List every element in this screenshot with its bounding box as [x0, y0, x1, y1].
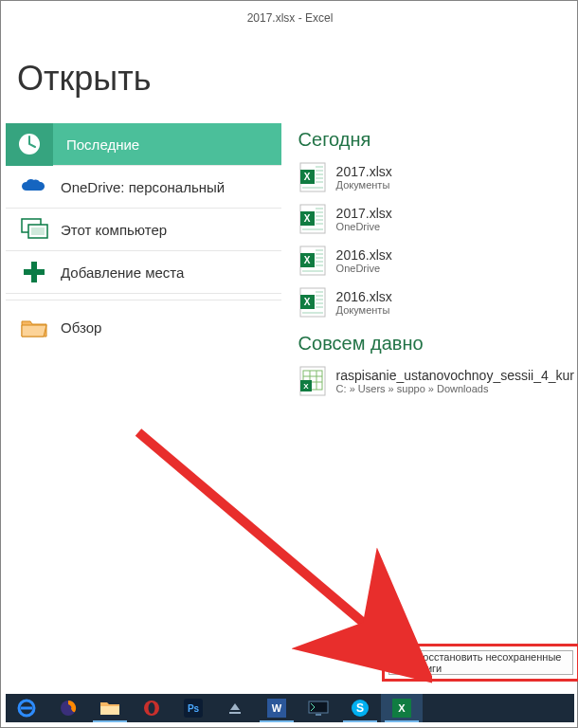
app-surface: 2017.xlsx - Excel Открыть Последние OneD…: [6, 6, 574, 696]
file-location: Документы: [336, 304, 392, 316]
folder-icon: [395, 656, 410, 669]
section-heading-older: Совсем давно: [298, 333, 574, 355]
file-name: 2017.xlsx: [336, 206, 392, 221]
sidebar-item-label: Последние: [66, 136, 139, 153]
svg-text:X: X: [303, 172, 310, 182]
file-name: 2016.xlsx: [336, 247, 392, 263]
svg-rect-53: [100, 706, 119, 715]
taskbar-word[interactable]: W: [256, 694, 298, 722]
svg-text:W: W: [272, 702, 282, 714]
svg-text:X: X: [303, 297, 310, 307]
excel-file-icon: X: [298, 365, 327, 397]
file-item[interactable]: X 2017.xlsxOneDrive: [298, 198, 574, 240]
clock-icon: [6, 123, 53, 166]
sidebar-item-browse[interactable]: Обзор: [6, 306, 281, 349]
file-item[interactable]: X 2017.xlsxДокументы: [298, 156, 574, 198]
excel-file-icon: X: [298, 286, 327, 318]
svg-point-55: [149, 702, 155, 714]
svg-text:X: X: [303, 213, 310, 224]
taskbar-monitor[interactable]: [298, 694, 339, 722]
taskbar: Ps W S X: [6, 694, 574, 722]
svg-rect-5: [24, 269, 45, 275]
file-item[interactable]: X 2016.xlsxOneDrive: [298, 240, 574, 282]
file-name: 2016.xlsx: [336, 289, 392, 304]
taskbar-edge[interactable]: [6, 694, 47, 722]
file-location: Документы: [336, 179, 392, 191]
sidebar-item-thispc[interactable]: Этот компьютер: [6, 209, 281, 251]
page-title: Открыть: [6, 32, 574, 123]
file-location: C: » Users » suppo » Downloads: [336, 383, 574, 394]
sidebar-item-label: Этот компьютер: [61, 222, 167, 238]
window-title: 2017.xlsx - Excel: [6, 6, 574, 32]
file-name: 2017.xlsx: [336, 164, 392, 179]
file-item[interactable]: X raspisanie_ustanovochnoy_sessii_4_kurC…: [298, 360, 574, 402]
svg-rect-62: [316, 714, 321, 716]
file-item[interactable]: X 2016.xlsxДокументы: [298, 282, 574, 323]
file-location: OneDrive: [336, 221, 392, 232]
taskbar-firefox[interactable]: [47, 694, 89, 722]
computer-icon: [17, 212, 51, 246]
sidebar-item-label: Обзор: [61, 319, 101, 336]
svg-text:X: X: [303, 382, 309, 391]
sidebar-item-label: OneDrive: персональный: [61, 179, 225, 195]
window-frame: 2017.xlsx - Excel Открыть Последние OneD…: [0, 0, 578, 728]
svg-line-50: [138, 432, 385, 641]
excel-file-icon: X: [298, 161, 327, 193]
svg-text:X: X: [303, 255, 310, 265]
recover-unsaved-button[interactable]: Восстановить несохраненные книги: [388, 650, 573, 675]
sidebar-item-addplace[interactable]: Добавление места: [6, 251, 281, 294]
svg-text:Ps: Ps: [188, 703, 200, 714]
excel-file-icon: X: [298, 203, 327, 235]
excel-file-icon: X: [298, 245, 327, 277]
sidebar-item-onedrive[interactable]: OneDrive: персональный: [6, 166, 281, 209]
svg-text:S: S: [356, 701, 364, 715]
file-name: raspisanie_ustanovochnoy_sessii_4_kur: [336, 368, 574, 383]
svg-text:X: X: [398, 702, 406, 714]
file-location: OneDrive: [336, 263, 392, 274]
svg-rect-3: [31, 228, 45, 235]
taskbar-excel[interactable]: X: [381, 694, 423, 722]
file-list-panel: Сегодня X 2017.xlsxДокументы X 2017.xlsx…: [281, 123, 574, 402]
svg-rect-61: [309, 701, 328, 713]
taskbar-explorer[interactable]: [89, 694, 131, 722]
section-heading-today: Сегодня: [298, 129, 574, 151]
annotation-arrow-icon: [129, 423, 432, 688]
taskbar-opera[interactable]: [131, 694, 172, 722]
recover-label: Восстановить несохраненные книги: [416, 651, 572, 674]
sidebar-item-label: Добавление места: [61, 264, 184, 281]
taskbar-tray-arrow[interactable]: [214, 694, 256, 722]
taskbar-photoshop[interactable]: Ps: [172, 694, 214, 722]
onedrive-icon: [17, 170, 51, 204]
sidebar-item-recent[interactable]: Последние: [6, 123, 281, 166]
plus-icon: [17, 255, 51, 289]
sidebar: Последние OneDrive: персональный Этот ко…: [6, 123, 281, 402]
taskbar-skype[interactable]: S: [339, 694, 381, 722]
content-area: Последние OneDrive: персональный Этот ко…: [6, 123, 574, 402]
folder-icon: [17, 311, 51, 345]
svg-rect-58: [229, 712, 241, 714]
